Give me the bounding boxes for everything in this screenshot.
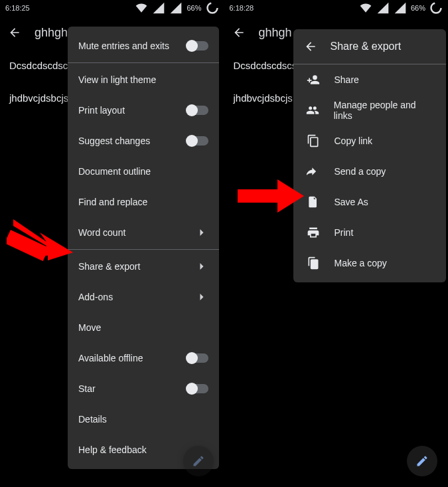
chevron-right-icon bbox=[195, 226, 208, 239]
toggle-mute[interactable] bbox=[187, 41, 208, 50]
menu-move-label: Move bbox=[78, 322, 101, 333]
chevron-right-icon bbox=[195, 260, 208, 273]
edit-fab[interactable] bbox=[183, 446, 214, 476]
toggle-star[interactable] bbox=[187, 384, 208, 393]
share-copy-link[interactable]: Copy link bbox=[293, 126, 446, 156]
pencil-icon bbox=[192, 454, 205, 468]
pencil-icon bbox=[415, 454, 429, 468]
battery-saver-icon bbox=[206, 1, 219, 15]
toggle-offline[interactable] bbox=[187, 353, 208, 363]
signal-icon bbox=[376, 1, 390, 15]
signal-icon-2 bbox=[394, 1, 407, 15]
share-manage[interactable]: Manage people and links bbox=[293, 95, 446, 126]
share-sendcopy-label: Send a copy bbox=[335, 166, 386, 177]
overflow-menu: Mute entries and exits View in light the… bbox=[68, 27, 219, 469]
share-save-as[interactable]: Save As bbox=[293, 187, 446, 217]
divider bbox=[68, 62, 219, 63]
image-icon bbox=[68, 1, 82, 15]
nav-icon bbox=[34, 1, 47, 15]
signal-icon bbox=[152, 1, 165, 15]
share-share[interactable]: Share bbox=[293, 64, 446, 95]
battery-saver-icon bbox=[429, 1, 443, 15]
wifi-icon bbox=[359, 1, 372, 15]
image-icon bbox=[292, 1, 305, 15]
menu-details-label: Details bbox=[78, 414, 107, 425]
menu-mute-entries[interactable]: Mute entries and exits bbox=[68, 31, 219, 61]
chevron-right-icon bbox=[195, 290, 208, 304]
svg-point-8 bbox=[431, 3, 441, 13]
menu-move[interactable]: Move bbox=[68, 312, 219, 343]
share-print[interactable]: Print bbox=[293, 217, 446, 248]
share-print-label: Print bbox=[335, 227, 354, 238]
menu-shareexport-label: Share & export bbox=[78, 261, 140, 272]
wifi-icon bbox=[135, 1, 148, 15]
status-time: 6:18:28 bbox=[230, 4, 254, 12]
share-export-panel: Share & export Share Manage people and l… bbox=[293, 29, 446, 282]
svg-marker-3 bbox=[13, 219, 73, 256]
share-share-label: Share bbox=[335, 74, 359, 85]
cloud-icon bbox=[51, 1, 64, 15]
menu-available-offline[interactable]: Available offline bbox=[68, 343, 219, 373]
menu-suggest-changes[interactable]: Suggest changes bbox=[68, 126, 219, 156]
arrow-annotation bbox=[7, 213, 73, 266]
svg-rect-1 bbox=[70, 3, 79, 12]
edit-fcontent[interactable] bbox=[407, 446, 437, 476]
menu-word-count[interactable]: Word count bbox=[68, 217, 219, 248]
people-icon bbox=[306, 104, 319, 117]
file-icon bbox=[307, 195, 320, 209]
back-icon[interactable] bbox=[8, 26, 21, 39]
share-saveas-label: Save As bbox=[335, 197, 368, 207]
share-title: Share & export bbox=[331, 41, 402, 52]
svg-point-0 bbox=[53, 3, 62, 12]
menu-outline-label: Document outline bbox=[78, 166, 151, 177]
doc-title: ghhgh bbox=[35, 26, 68, 40]
menu-share-export[interactable]: Share & export bbox=[68, 251, 219, 282]
signal-icon-2 bbox=[169, 1, 183, 15]
share-header: Share & export bbox=[293, 29, 446, 64]
divider bbox=[68, 249, 219, 250]
print-icon bbox=[307, 226, 320, 239]
back-icon[interactable] bbox=[232, 26, 246, 39]
share-manage-label: Manage people and links bbox=[334, 100, 434, 121]
svg-point-6 bbox=[277, 3, 286, 12]
person-plus-icon bbox=[307, 73, 320, 86]
menu-add-ons[interactable]: Add-ons bbox=[68, 282, 219, 312]
menu-star-label: Star bbox=[78, 383, 96, 394]
back-icon[interactable] bbox=[304, 40, 317, 53]
doc-title: ghhgh bbox=[259, 26, 292, 40]
menu-document-outline[interactable]: Document outline bbox=[68, 156, 219, 187]
screen-left: 6:18:25 66% ghhgh Dcsdcdscdscs jhdbvcjds… bbox=[0, 0, 224, 487]
toggle-print-layout[interactable] bbox=[187, 106, 208, 115]
status-time: 6:18:25 bbox=[5, 4, 30, 12]
share-make-copy[interactable]: Make a copy bbox=[293, 248, 446, 278]
menu-light-theme[interactable]: View in light theme bbox=[68, 64, 219, 95]
screen-right: 6:18:28 66% ghhgh Dcsdcdscdscs jhdbvcjds… bbox=[224, 0, 449, 487]
share-copylink-label: Copy link bbox=[335, 136, 373, 146]
battery-text: 66% bbox=[411, 4, 425, 12]
menu-print-layout[interactable]: Print layout bbox=[68, 95, 219, 126]
menu-suggest-label: Suggest changes bbox=[78, 136, 150, 146]
status-bar: 6:18:25 66% bbox=[0, 0, 224, 16]
menu-mute-label: Mute entries and exits bbox=[78, 41, 169, 51]
duplicate-icon bbox=[307, 256, 320, 270]
menu-addons-label: Add-ons bbox=[78, 292, 113, 302]
svg-point-2 bbox=[207, 3, 217, 13]
menu-light-label: View in light theme bbox=[78, 74, 156, 85]
svg-rect-9 bbox=[238, 189, 284, 203]
copy-icon bbox=[307, 134, 320, 147]
battery-text: 66% bbox=[187, 4, 201, 12]
menu-printlayout-label: Print layout bbox=[78, 105, 125, 116]
status-bar: 6:18:28 66% bbox=[224, 0, 449, 16]
menu-wordcount-label: Word count bbox=[78, 227, 125, 238]
menu-star[interactable]: Star bbox=[68, 373, 219, 404]
menu-help-label: Help & feedback bbox=[78, 444, 147, 455]
menu-details[interactable]: Details bbox=[68, 404, 219, 435]
share-send-copy[interactable]: Send a copy bbox=[293, 156, 446, 187]
toggle-suggest[interactable] bbox=[187, 136, 208, 146]
svg-rect-5 bbox=[7, 230, 49, 261]
menu-find-label: Find and replace bbox=[78, 197, 147, 207]
svg-rect-7 bbox=[295, 3, 303, 12]
share-makecopy-label: Make a copy bbox=[335, 258, 387, 268]
menu-find-replace[interactable]: Find and replace bbox=[68, 187, 219, 217]
cloud-icon bbox=[275, 1, 288, 15]
